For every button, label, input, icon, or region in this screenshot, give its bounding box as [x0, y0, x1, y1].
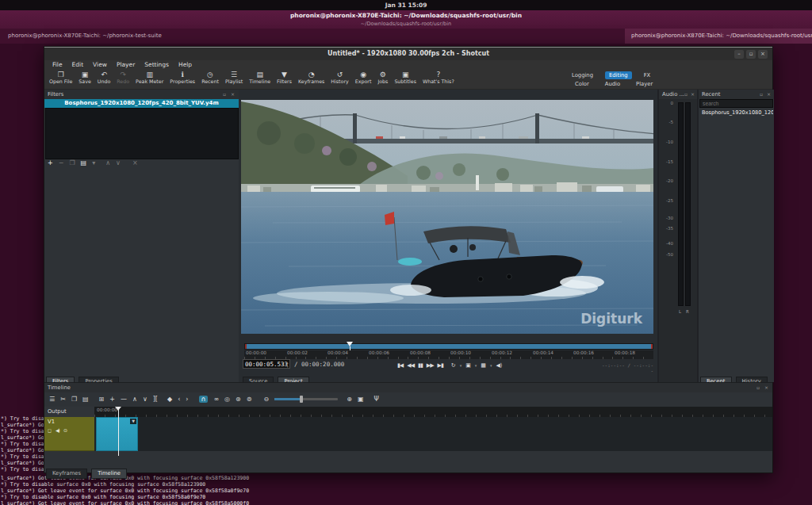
close-icon[interactable]: × [691, 90, 695, 99]
player-ruler[interactable]: 00:00:00 00:00:02 00:00:04 00:00:06 00:0… [244, 350, 653, 359]
grid-button[interactable]: ▦ [481, 362, 486, 369]
copy-filters-icon[interactable]: ❐ [69, 159, 75, 166]
whats-this-button[interactable]: ?What's This? [419, 70, 458, 85]
cut-icon[interactable]: ✂ [60, 396, 66, 403]
current-time-field[interactable]: 00:00:05.533 ▴ ▾ [243, 359, 290, 369]
maximize-button[interactable]: ▫ [746, 50, 756, 59]
subtitles-button[interactable]: ▣Subtitles [391, 70, 419, 85]
jobs-button[interactable]: ⚙Jobs [374, 70, 391, 85]
next-marker-icon[interactable]: › [186, 396, 188, 403]
copy-icon[interactable]: ❐ [71, 396, 77, 403]
open-file-button[interactable]: ❐Open File [46, 70, 75, 85]
timeline-zoom-slider[interactable] [274, 398, 338, 400]
float-icon[interactable]: ▫ [760, 90, 763, 99]
lock-track-icon[interactable]: ◻ [48, 427, 52, 433]
zoom-fit-button[interactable]: ▣ [465, 362, 471, 369]
terminal-tab-right[interactable]: phoronix@phoronix-X870E-Taichi: ~/Downlo… [625, 29, 812, 44]
close-icon[interactable]: × [231, 90, 235, 99]
keyframes-button[interactable]: ◔Keyframes [295, 70, 327, 85]
splice-icon[interactable]: ⊞ [99, 396, 105, 403]
spin-down-icon[interactable]: ▾ [287, 365, 289, 369]
layout-player[interactable]: Player [632, 80, 657, 88]
zoom-out-icon[interactable]: ⊖ [263, 396, 269, 403]
playlist-button[interactable]: ☰Playlist [222, 70, 246, 85]
history-button[interactable]: ↺History [327, 70, 351, 85]
ripple-delete-icon[interactable]: — [121, 396, 127, 403]
menu-file[interactable]: File [48, 60, 67, 70]
timeline-output-button[interactable]: Output [44, 407, 94, 417]
volume-button[interactable]: ◀⟩ [496, 362, 502, 369]
paste-filters-icon[interactable]: ▤ [81, 159, 87, 166]
redo-button[interactable]: ↷Redo [113, 70, 132, 85]
search-input[interactable] [699, 99, 773, 108]
recent-file-item[interactable]: Bosphorus_1920x1080_120f... [699, 109, 773, 117]
player-scrubber[interactable] [244, 343, 653, 350]
clock[interactable]: Jan 31 15:09 [385, 2, 427, 9]
float-icon[interactable]: ▫ [223, 90, 226, 99]
pause-button[interactable]: ▮▮ [418, 362, 423, 369]
timeline-clip[interactable]: ▼ [96, 417, 138, 451]
save-button[interactable]: ▣Save [75, 70, 94, 85]
snap-icon[interactable]: ∩ [199, 396, 209, 403]
lift-icon[interactable]: ∧ [132, 396, 137, 403]
append-icon[interactable]: + [109, 396, 115, 403]
rewind-button[interactable]: ◀◀ [407, 362, 414, 369]
menu-settings[interactable]: Settings [140, 60, 174, 70]
timeline-ruler[interactable]: 00:00:00 [94, 407, 772, 417]
menu-view[interactable]: View [88, 60, 112, 70]
track-head-v1[interactable]: V1 ◻ ◀⟩ ⊙ [44, 417, 94, 451]
ripple-markers-icon[interactable]: ⊚ [247, 396, 252, 403]
add-filter-icon[interactable]: + [48, 159, 53, 166]
zoom-dropdown-icon[interactable]: ▾ [475, 363, 477, 368]
float-icon[interactable]: ▫ [684, 90, 688, 99]
scrub-while-dragging-icon[interactable]: ∞ [213, 396, 219, 403]
layout-color[interactable]: Color [571, 80, 593, 88]
menu-edit[interactable]: Edit [67, 60, 89, 70]
record-audio-icon[interactable]: Ψ [373, 396, 378, 403]
filters-clip-name[interactable]: Bosphorus_1920x1080_120fps_420_8bit_YUV.… [44, 99, 239, 108]
marker-icon[interactable]: ◆ [167, 396, 172, 403]
menu-player[interactable]: Player [112, 60, 140, 70]
save-filter-set-icon[interactable]: ▾ [92, 159, 95, 166]
filter-list[interactable] [45, 108, 239, 159]
layout-editing[interactable]: Editing [605, 71, 632, 79]
out-point-marker[interactable] [651, 344, 653, 349]
loop-button[interactable]: ↻ [451, 362, 456, 369]
close-icon[interactable]: × [764, 383, 768, 392]
undo-button[interactable]: ↶Undo [94, 70, 113, 85]
menu-help[interactable]: Help [174, 60, 197, 70]
paste-icon[interactable]: ▤ [82, 396, 89, 403]
overwrite-icon[interactable]: ∨ [143, 396, 147, 403]
move-filter-down-icon[interactable]: ∨ [116, 159, 121, 166]
remove-filter-icon[interactable]: − [59, 159, 64, 166]
properties-button[interactable]: ℹProperties [167, 70, 198, 85]
skip-to-start-button[interactable]: ▮◀ [397, 362, 403, 369]
terminal-tab-left[interactable]: phoronix@phoronix-X870E-Taichi: ~/phoron… [8, 29, 325, 44]
export-button[interactable]: ◉Export [352, 70, 375, 85]
tab-timeline[interactable]: Timeline [91, 469, 127, 479]
minimize-button[interactable]: – [734, 50, 744, 59]
layout-audio[interactable]: Audio [601, 80, 624, 88]
mute-track-icon[interactable]: ◀⟩ [56, 427, 59, 433]
skip-to-end-button[interactable]: ▶▮ [438, 362, 443, 369]
peak-meter-button[interactable]: ▥Peak Meter [132, 70, 167, 85]
recent-button[interactable]: ◷Recent [198, 70, 222, 85]
grid-dropdown-icon[interactable]: ▾ [490, 363, 492, 368]
close-icon[interactable]: × [767, 90, 771, 99]
ripple-all-tracks-icon[interactable]: ⊛ [236, 396, 241, 403]
filters-button[interactable]: ▼Filters [274, 70, 295, 85]
prev-marker-icon[interactable]: ‹ [178, 396, 180, 403]
zoom-in-icon[interactable]: ⊕ [347, 396, 352, 403]
deselect-filter-icon[interactable]: × [132, 159, 138, 166]
timeline-track-area[interactable] [94, 417, 772, 451]
tab-keyframes[interactable]: Keyframes [46, 469, 87, 479]
layout-fx[interactable]: FX [640, 71, 655, 79]
loop-dropdown-icon[interactable]: ▾ [460, 363, 462, 368]
close-button[interactable]: × [758, 50, 768, 59]
float-icon[interactable]: ▫ [756, 383, 760, 392]
fast-forward-button[interactable]: ▶▶ [427, 362, 434, 369]
move-filter-up-icon[interactable]: ∧ [105, 159, 110, 166]
window-titlebar[interactable]: Untitled* - 1920x1080 30.00fps 2ch - Sho… [44, 47, 772, 60]
hide-track-icon[interactable]: ⊙ [63, 427, 67, 433]
timeline-button[interactable]: ▤Timeline [246, 70, 274, 85]
